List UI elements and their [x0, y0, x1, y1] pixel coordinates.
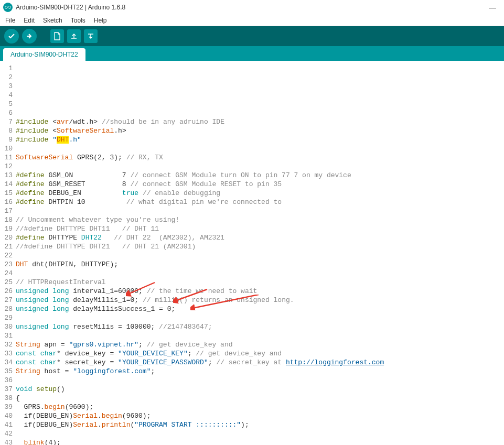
line-gutter: 1234567891011121314151617181920212223242… — [0, 64, 16, 445]
code-line[interactable]: const char* device_key = "YOUR_DEVICE_KE… — [16, 349, 504, 358]
sketch-tab[interactable]: Arduino-SIM900-DHT22 — [3, 48, 85, 61]
code-area[interactable]: #include <avr/wdt.h> //should be in any … — [16, 64, 504, 445]
code-line[interactable]: String host = "loggingforest.com"; — [16, 367, 504, 376]
line-number: 12 — [0, 162, 13, 171]
code-line[interactable]: #define GSM_RESET 8 // connect GSM Modul… — [16, 180, 504, 189]
toolbar — [0, 26, 504, 46]
line-number: 34 — [0, 358, 13, 367]
code-line[interactable]: #include <SoftwareSerial.h> — [16, 126, 504, 135]
line-number: 27 — [0, 296, 13, 305]
code-line[interactable] — [16, 251, 504, 260]
line-number: 16 — [0, 198, 13, 207]
line-number: 18 — [0, 215, 13, 224]
line-number: 21 — [0, 242, 13, 251]
line-number: 25 — [0, 278, 13, 287]
code-line[interactable]: #define GSM_ON 7 // connect GSM Module t… — [16, 171, 504, 180]
code-line[interactable]: unsigned long resetMilis = 100000; //214… — [16, 322, 504, 331]
code-line[interactable]: #include "DHT.h" — [16, 135, 504, 144]
code-line[interactable]: DHT dht(DHTPIN, DHTTYPE); — [16, 260, 504, 269]
code-line[interactable] — [16, 269, 504, 278]
new-sketch-button[interactable] — [50, 29, 64, 43]
line-number: 29 — [0, 313, 13, 322]
line-number: 37 — [0, 385, 13, 394]
code-line[interactable] — [16, 313, 504, 322]
line-number: 19 — [0, 224, 13, 233]
line-number: 3 — [0, 82, 13, 91]
code-line[interactable] — [16, 144, 504, 153]
line-number: 14 — [0, 180, 13, 189]
code-line[interactable]: #define DEBUG_EN true // enable debuggin… — [16, 189, 504, 198]
line-number: 11 — [0, 153, 13, 162]
window-title: Arduino-SIM900-DHT22 | Arduino 1.6.8 — [16, 4, 484, 11]
code-line[interactable]: //#define DHTTYPE DHT11 // DHT 11 — [16, 224, 504, 233]
line-number: 31 — [0, 331, 13, 340]
line-number: 41 — [0, 420, 13, 429]
menu-tools[interactable]: Tools — [67, 16, 90, 25]
line-number: 4 — [0, 91, 13, 100]
line-number: 33 — [0, 349, 13, 358]
line-number: 36 — [0, 376, 13, 385]
menu-file[interactable]: File — [1, 16, 19, 25]
line-number: 43 — [0, 438, 13, 445]
code-line[interactable]: GPRS.begin(9600); — [16, 403, 504, 411]
save-sketch-button[interactable] — [84, 29, 98, 43]
verify-button[interactable] — [4, 29, 19, 44]
code-line[interactable]: unsigned long interval_1=60000; // the t… — [16, 287, 504, 296]
line-number: 2 — [0, 73, 13, 82]
line-number: 5 — [0, 100, 13, 108]
line-number: 15 — [0, 189, 13, 198]
code-line[interactable]: SoftwareSerial GPRS(2, 3); // RX, TX — [16, 153, 504, 162]
titlebar: Arduino-SIM900-DHT22 | Arduino 1.6.8 — — [0, 0, 504, 15]
line-number: 1 — [0, 64, 13, 73]
code-line[interactable]: unsigned long delayMillisSuccess_1 = 0; — [16, 305, 504, 313]
line-number: 32 — [0, 340, 13, 349]
tabstrip: Arduino-SIM900-DHT22 — [0, 46, 504, 61]
line-number: 13 — [0, 171, 13, 180]
code-line[interactable]: //#define DHTTYPE DHT21 // DHT 21 (AM230… — [16, 242, 504, 251]
line-number: 38 — [0, 394, 13, 403]
code-line[interactable]: #define DHTPIN 10 // what digital pin we… — [16, 198, 504, 207]
code-editor[interactable]: 1234567891011121314151617181920212223242… — [0, 61, 504, 445]
code-line[interactable]: if(DEBUG_EN)Serial.println("PROGRAM STAR… — [16, 420, 504, 429]
code-line[interactable]: if(DEBUG_EN)Serial.begin(9600); — [16, 411, 504, 420]
code-line[interactable] — [16, 162, 504, 171]
line-number: 10 — [0, 144, 13, 153]
line-number: 24 — [0, 269, 13, 278]
line-number: 35 — [0, 367, 13, 376]
line-number: 17 — [0, 207, 13, 215]
code-line[interactable] — [16, 331, 504, 340]
line-number: 30 — [0, 322, 13, 331]
code-line[interactable] — [16, 207, 504, 215]
line-number: 8 — [0, 126, 13, 135]
menu-sketch[interactable]: Sketch — [39, 16, 67, 25]
menubar: File Edit Sketch Tools Help — [0, 15, 504, 26]
line-number: 7 — [0, 117, 13, 126]
code-line[interactable]: String apn = "gprs0.vipnet.hr"; // get d… — [16, 340, 504, 349]
line-number: 23 — [0, 260, 13, 269]
upload-button[interactable] — [22, 29, 37, 44]
minimize-button[interactable]: — — [484, 3, 501, 12]
open-sketch-button[interactable] — [67, 29, 81, 43]
code-line[interactable]: void setup() — [16, 385, 504, 394]
line-number: 26 — [0, 287, 13, 296]
code-line[interactable]: #define DHTTYPE DHT22 // DHT 22 (AM2302)… — [16, 233, 504, 242]
code-line[interactable]: const char* secret_key = "YOUR_DEVICE_PA… — [16, 358, 504, 367]
code-line[interactable]: // Uncomment whatever type you're using! — [16, 215, 504, 224]
menu-edit[interactable]: Edit — [19, 16, 39, 25]
line-number: 40 — [0, 411, 13, 420]
code-line[interactable]: // HTTPRequestInterval — [16, 278, 504, 287]
code-line[interactable]: unsigned long delayMillis_1=0; // millis… — [16, 296, 504, 305]
line-number: 20 — [0, 233, 13, 242]
line-number: 9 — [0, 135, 13, 144]
code-line[interactable] — [16, 376, 504, 385]
line-number: 6 — [0, 108, 13, 117]
code-line[interactable]: #include <avr/wdt.h> //should be in any … — [16, 117, 504, 126]
line-number: 39 — [0, 403, 13, 411]
menu-help[interactable]: Help — [90, 16, 111, 25]
code-line[interactable]: { — [16, 394, 504, 403]
line-number: 28 — [0, 305, 13, 313]
line-number: 42 — [0, 429, 13, 438]
code-line[interactable] — [16, 429, 504, 438]
line-number: 22 — [0, 251, 13, 260]
code-line[interactable]: blink(4); — [16, 438, 504, 445]
